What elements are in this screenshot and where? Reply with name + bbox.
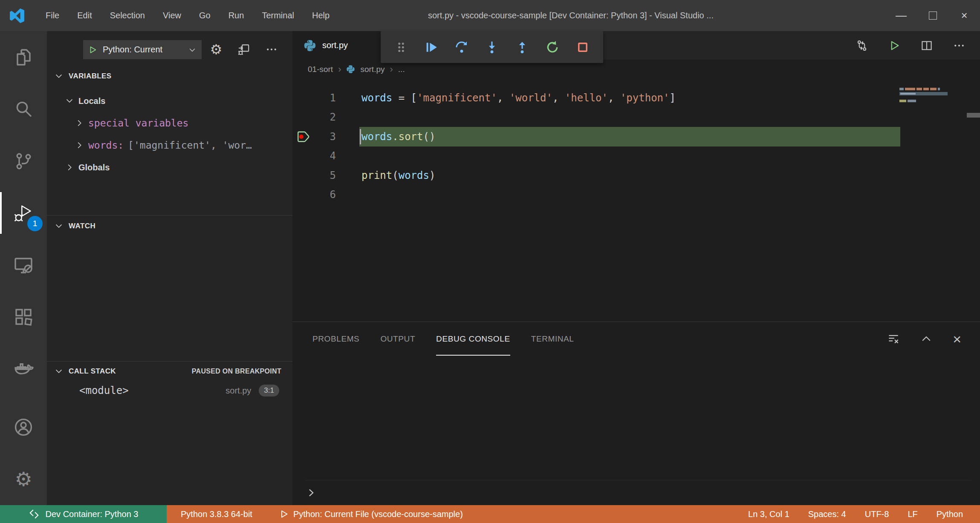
window-title: sort.py - vscode-course-sample [Dev Cont… <box>428 0 714 31</box>
code-line[interactable]: 6 <box>292 185 980 205</box>
close-panel-icon[interactable]: × <box>953 332 961 346</box>
split-editor-icon[interactable] <box>920 39 933 52</box>
editor-actions <box>856 31 966 60</box>
gutter[interactable]: 5 <box>292 170 336 181</box>
remote-label: Dev Container: Python 3 <box>46 509 139 519</box>
cursor-position[interactable]: Ln 3, Col 1 <box>739 509 799 519</box>
activity-extensions[interactable] <box>0 291 47 343</box>
gutter[interactable]: 4 <box>292 150 336 162</box>
step-into-button[interactable] <box>480 35 504 59</box>
eol-sequence[interactable]: LF <box>898 509 927 519</box>
minimap[interactable] <box>899 81 959 302</box>
open-debug-console-button[interactable] <box>236 41 252 57</box>
vscode-window: File Edit Selection View Go Run Terminal… <box>0 0 980 523</box>
maximize-button[interactable] <box>917 0 948 31</box>
gutter[interactable]: 2 <box>292 111 336 123</box>
language-mode[interactable]: Python <box>927 509 972 519</box>
minimize-button[interactable]: — <box>885 0 917 31</box>
code-line[interactable]: 2 <box>292 108 980 127</box>
title-bar: File Edit Selection View Go Run Terminal… <box>0 0 980 31</box>
indentation[interactable]: Spaces: 4 <box>799 509 856 519</box>
code-line[interactable]: 3words.sort() <box>292 127 980 147</box>
clear-console-icon[interactable] <box>887 333 900 345</box>
close-button[interactable]: × <box>948 0 980 31</box>
locals-scope-row[interactable]: Locals <box>65 91 105 111</box>
status-bar-right: Ln 3, Col 1 Spaces: 4 UTF-8 LF Python <box>739 509 972 519</box>
code-line[interactable]: 5print(words) <box>292 166 980 185</box>
overview-ruler-marker[interactable] <box>967 113 980 118</box>
gutter[interactable]: 1 <box>292 92 336 104</box>
code-line[interactable]: 4 <box>292 147 980 166</box>
gutter[interactable]: 6 <box>292 189 336 201</box>
variables-header-label: VARIABLES <box>69 72 112 80</box>
activity-explorer[interactable] <box>0 31 47 83</box>
gear-icon: ⚙ <box>210 43 223 56</box>
activity-docker[interactable] <box>0 343 47 395</box>
views-more-actions-button[interactable] <box>263 41 280 57</box>
words-variable-row[interactable]: words: ['magnificent', 'wor… <box>75 135 252 155</box>
stop-button[interactable] <box>571 35 595 59</box>
debug-settings-button[interactable]: ⚙ <box>208 41 224 57</box>
tab-output[interactable]: OUTPUT <box>380 322 415 356</box>
run-file-icon[interactable] <box>888 39 901 52</box>
extensions-icon <box>13 307 34 327</box>
paused-on-breakpoint-status: PAUSED ON BREAKPOINT <box>192 368 281 375</box>
breakpoint-current-line-icon[interactable] <box>296 129 311 144</box>
menu-help[interactable]: Help <box>303 0 338 31</box>
step-out-button[interactable] <box>510 35 534 59</box>
activity-settings[interactable]: ⚙ <box>0 453 47 505</box>
files-icon <box>13 47 34 67</box>
toolbar-drag-handle[interactable] <box>389 35 413 59</box>
variables-section-header[interactable]: VARIABLES <box>47 72 292 81</box>
debug-console-input[interactable] <box>305 480 971 505</box>
code-line[interactable]: 1words = ['magnificent', 'world', 'hello… <box>292 88 980 108</box>
step-over-icon <box>454 40 469 55</box>
text-cursor <box>360 129 361 144</box>
remote-indicator[interactable]: Dev Container: Python 3 <box>0 505 167 523</box>
menu-terminal[interactable]: Terminal <box>253 0 303 31</box>
watch-section-header[interactable]: WATCH <box>47 217 292 236</box>
tab-terminal[interactable]: TERMINAL <box>531 322 574 356</box>
launch-config-status[interactable]: Python: Current File (vscode-course-samp… <box>272 509 470 519</box>
special-variables-row[interactable]: special variables <box>75 113 188 133</box>
tab-debug-console[interactable]: DEBUG CONSOLE <box>436 322 510 356</box>
more-actions-icon[interactable] <box>953 39 966 52</box>
gutter[interactable]: 3 <box>292 131 336 143</box>
call-stack-frame-row[interactable]: <module> sort.py 3:1 <box>47 380 279 401</box>
prompt-chevron-icon <box>305 487 317 499</box>
breadcrumb-folder[interactable]: 01-sort <box>308 65 333 74</box>
tab-problems[interactable]: PROBLEMS <box>312 322 359 356</box>
globals-scope-row[interactable]: Globals <box>65 157 110 178</box>
launch-config-dropdown[interactable]: Python: Current <box>83 40 202 59</box>
menu-go[interactable]: Go <box>190 0 220 31</box>
maximize-panel-icon[interactable] <box>920 333 933 345</box>
ellipsis-icon <box>265 43 278 56</box>
continue-button[interactable] <box>419 35 443 59</box>
breadcrumb-symbol[interactable]: ... <box>398 65 405 74</box>
breadcrumb-file[interactable]: sort.py <box>360 65 384 74</box>
menu-view[interactable]: View <box>154 0 190 31</box>
chevron-down-icon <box>54 221 64 231</box>
maximize-icon <box>929 11 937 20</box>
open-changes-icon[interactable] <box>856 39 868 52</box>
status-bar: Dev Container: Python 3 Python 3.8.3 64-… <box>0 505 980 523</box>
activity-accounts[interactable] <box>0 401 47 453</box>
menu-run[interactable]: Run <box>220 0 253 31</box>
python-interpreter[interactable]: Python 3.8.3 64-bit <box>173 509 260 519</box>
code-area[interactable]: 1words = ['magnificent', 'world', 'hello… <box>292 88 980 204</box>
menu-file[interactable]: File <box>37 0 68 31</box>
activity-run-and-debug[interactable]: 1 <box>0 187 47 239</box>
search-icon <box>13 99 34 119</box>
call-stack-section-header[interactable]: CALL STACK PAUSED ON BREAKPOINT <box>47 363 281 380</box>
menu-selection[interactable]: Selection <box>101 0 154 31</box>
activity-remote-explorer[interactable] <box>0 239 47 291</box>
activity-source-control[interactable] <box>0 135 47 187</box>
step-over-button[interactable] <box>450 35 474 59</box>
menu-bar: File Edit Selection View Go Run Terminal… <box>37 0 338 31</box>
words-variable-name: words: <box>88 140 124 151</box>
menu-edit[interactable]: Edit <box>68 0 101 31</box>
chevron-right-icon: › <box>390 64 393 75</box>
restart-button[interactable] <box>541 35 564 59</box>
activity-search[interactable] <box>0 83 47 135</box>
encoding[interactable]: UTF-8 <box>856 509 899 519</box>
